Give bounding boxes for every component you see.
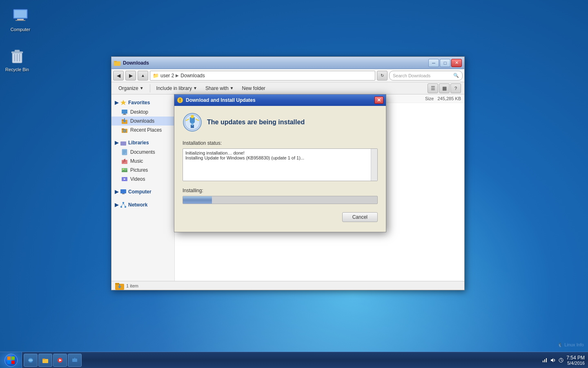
downloads-sidebar-icon bbox=[121, 118, 128, 124]
share-with-label: Share with bbox=[205, 85, 229, 91]
cancel-label: Cancel bbox=[352, 214, 368, 220]
network-taskbar-icon bbox=[71, 357, 78, 364]
svg-rect-37 bbox=[120, 206, 122, 208]
share-with-chevron: ▼ bbox=[230, 86, 234, 90]
sidebar-section-favorites[interactable]: ▶ Favorites bbox=[111, 98, 174, 108]
log-scrollbar[interactable] bbox=[371, 149, 377, 181]
svg-rect-36 bbox=[122, 202, 124, 204]
cancel-button[interactable]: Cancel bbox=[342, 212, 378, 222]
svg-rect-35 bbox=[122, 193, 125, 194]
svg-line-65 bbox=[561, 360, 562, 361]
folder-taskbar-icon bbox=[42, 357, 49, 364]
progress-bar bbox=[183, 196, 378, 204]
svg-rect-51 bbox=[11, 361, 15, 364]
sidebar-item-pictures[interactable]: Pictures bbox=[111, 166, 174, 175]
svg-rect-2 bbox=[14, 10, 27, 18]
favorites-chevron: ▶ bbox=[115, 100, 118, 105]
clock-tray-icon bbox=[558, 357, 564, 363]
toolbar-separator-1 bbox=[150, 84, 150, 92]
new-folder-button[interactable]: New folder bbox=[238, 83, 269, 93]
status-bar: 1 item bbox=[111, 281, 464, 290]
share-with-button[interactable]: Share with ▼ bbox=[202, 83, 238, 93]
svg-text:!: ! bbox=[179, 98, 180, 103]
sidebar-downloads-label: Downloads bbox=[130, 118, 154, 124]
search-icon: 🔍 bbox=[453, 73, 459, 78]
taskbar-media-button[interactable] bbox=[53, 354, 67, 367]
progress-bar-fill bbox=[183, 196, 212, 204]
svg-rect-59 bbox=[543, 361, 543, 362]
start-button[interactable] bbox=[0, 352, 22, 368]
forward-button[interactable]: ▶ bbox=[125, 71, 136, 81]
recycle-bin-icon bbox=[7, 46, 27, 65]
sidebar-item-documents[interactable]: Documents bbox=[111, 148, 174, 157]
search-box[interactable]: Search Downloads 🔍 bbox=[389, 71, 463, 81]
recycle-bin-label: Recycle Bin bbox=[5, 67, 29, 72]
maximize-button[interactable]: □ bbox=[440, 59, 450, 67]
dialog-header-title: The updates are being installed bbox=[207, 119, 305, 126]
refresh-button[interactable]: ↻ bbox=[377, 71, 388, 81]
svg-line-40 bbox=[123, 204, 125, 206]
dialog-title-text: Download and Install Updates bbox=[186, 97, 256, 103]
status-item-count: 1 item bbox=[115, 281, 138, 291]
network-chevron: ▶ bbox=[115, 202, 118, 208]
log-line-1: Initializing installation… done! bbox=[185, 150, 368, 155]
dialog-header: The updates are being installed bbox=[183, 112, 378, 132]
sidebar-item-desktop[interactable]: Desktop bbox=[111, 108, 174, 117]
desktop-icon-recycle[interactable]: Recycle Bin bbox=[1, 44, 33, 74]
sidebar-section-network[interactable]: ▶ Network bbox=[111, 200, 174, 210]
dialog-header-icon bbox=[183, 112, 202, 132]
media-icon bbox=[57, 357, 63, 364]
sidebar-section-libraries[interactable]: ▶ Libraries bbox=[111, 138, 174, 148]
close-button[interactable]: ✕ bbox=[451, 59, 462, 67]
computer-sidebar-label: Computer bbox=[128, 189, 151, 195]
documents-sidebar-icon bbox=[121, 149, 128, 155]
volume-tray-icon bbox=[550, 357, 556, 363]
details-pane-button[interactable]: ▦ bbox=[439, 83, 450, 93]
sidebar-item-downloads[interactable]: Downloads bbox=[111, 117, 174, 126]
organize-button[interactable]: Organize ▼ bbox=[115, 83, 147, 93]
svg-rect-38 bbox=[125, 206, 126, 208]
sidebar-desktop-label: Desktop bbox=[130, 109, 148, 115]
address-icon: 📁 bbox=[153, 73, 159, 79]
svg-rect-22 bbox=[120, 141, 126, 146]
sidebar-item-recent[interactable]: Recent Places bbox=[111, 126, 174, 135]
view-toggle-button[interactable]: ☰ bbox=[428, 83, 438, 93]
network-tray-icon bbox=[542, 357, 548, 363]
include-library-button[interactable]: Include in library ▼ bbox=[153, 83, 201, 93]
update-dialog: ! Download and Install Updates ✕ bbox=[174, 94, 386, 232]
back-button[interactable]: ◀ bbox=[113, 71, 124, 81]
svg-point-28 bbox=[122, 161, 124, 163]
music-sidebar-icon bbox=[121, 158, 128, 164]
desktop: Computer Recycle Bin Downloads bbox=[0, 0, 588, 368]
installation-log-area[interactable]: Initializing installation… done! Install… bbox=[183, 148, 378, 181]
desktop-icon-computer[interactable]: Computer bbox=[4, 4, 37, 34]
address-path[interactable]: 📁 user 2 ▶ Downloads bbox=[150, 71, 375, 81]
taskbar-explorer-button[interactable] bbox=[38, 354, 52, 367]
dialog-close-icon: ✕ bbox=[377, 97, 381, 103]
sidebar-section-computer[interactable]: ▶ Computer bbox=[111, 187, 174, 197]
start-orb bbox=[4, 354, 18, 367]
explorer-window-title: Downloads bbox=[123, 60, 149, 66]
help-button[interactable]: ? bbox=[450, 83, 461, 93]
svg-rect-54 bbox=[42, 359, 45, 360]
minimize-button[interactable]: ─ bbox=[428, 59, 439, 67]
computer-sidebar-icon bbox=[120, 188, 127, 195]
taskbar-ie-button[interactable] bbox=[24, 354, 38, 367]
taskbar-network-button[interactable] bbox=[68, 354, 82, 367]
svg-point-47 bbox=[191, 115, 194, 118]
dialog-close-button[interactable]: ✕ bbox=[374, 96, 383, 104]
favorites-icon bbox=[120, 99, 127, 106]
up-button[interactable]: ▲ bbox=[138, 71, 148, 81]
sidebar: ▶ Favorites Desktop Downloads Recent Pla… bbox=[111, 94, 175, 281]
sidebar-music-label: Music bbox=[130, 158, 143, 164]
taskbar-time-display: 7:54 PM 5/4/2016 bbox=[566, 355, 585, 366]
sidebar-item-videos[interactable]: Videos bbox=[111, 175, 174, 184]
sidebar-item-music[interactable]: Music bbox=[111, 157, 174, 166]
sidebar-recent-label: Recent Places bbox=[130, 127, 162, 133]
windows-logo-icon bbox=[7, 356, 15, 364]
computer-icon bbox=[11, 6, 30, 25]
search-placeholder: Search Downloads bbox=[393, 73, 430, 78]
dialog-titlebar: ! Download and Install Updates ✕ bbox=[174, 94, 386, 106]
libraries-chevron: ▶ bbox=[115, 140, 118, 146]
dialog-title-left: ! Download and Install Updates bbox=[177, 97, 256, 103]
